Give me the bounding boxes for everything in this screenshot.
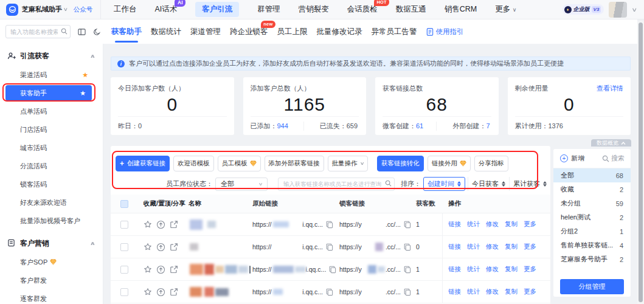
sidebar-item-渠道活码[interactable]: 渠道活码★: [0, 66, 103, 84]
nav-item-更多[interactable]: 更多 ∨: [495, 2, 516, 17]
sidebar-item-批量添加视频号客户[interactable]: 批量添加视频号客户: [0, 212, 103, 230]
sidebar-item-逐客群发[interactable]: 逐客群发: [0, 289, 103, 304]
group-item-芝麻服务号助手[interactable]: 芝麻服务号助手2: [553, 252, 631, 266]
action-链接[interactable]: 链接: [448, 288, 461, 296]
pin-top-icon[interactable]: [156, 243, 165, 252]
link-search-input[interactable]: [278, 178, 395, 191]
favorite-star-icon[interactable]: [144, 243, 152, 251]
nav-item-会话质检[interactable]: 会话质检HOT: [347, 2, 378, 17]
tab-获客助手[interactable]: 获客助手: [111, 20, 142, 44]
sidebar-section-引流获客[interactable]: 引流获客∧: [0, 46, 103, 66]
action-链接[interactable]: 链接: [448, 243, 461, 251]
app-logo-icon[interactable]: [6, 4, 18, 16]
tab-跨企业锁客[interactable]: 跨企业锁客new: [230, 20, 268, 44]
mp-account-link[interactable]: 公众号: [74, 5, 93, 14]
action-链接[interactable]: 链接: [448, 265, 461, 274]
sidebar-section-客户营销[interactable]: 客户营销∧: [0, 233, 103, 253]
favorite-star-icon[interactable]: [144, 288, 152, 296]
stat-footer-value[interactable]: 61: [416, 122, 423, 130]
favorite-star-icon[interactable]: ★: [82, 71, 88, 79]
toolbar-button-员工模板[interactable]: 员工模板: [218, 156, 261, 171]
group-item-收藏[interactable]: 收藏2: [553, 182, 631, 196]
action-修改[interactable]: 修改: [486, 265, 499, 274]
copy-icon[interactable]: [326, 243, 333, 251]
pin-top-icon[interactable]: [156, 288, 165, 297]
row-checkbox[interactable]: [120, 266, 128, 274]
row-checkbox[interactable]: [120, 221, 128, 229]
toolbar-button-欢迎语模板[interactable]: 欢迎语模板: [173, 156, 214, 171]
sort-创建时间[interactable]: 创建时间: [423, 177, 465, 191]
action-更多[interactable]: 更多: [524, 220, 536, 229]
nav-item-销售CRM[interactable]: 销售CRM: [445, 2, 477, 17]
nav-item-数据互通[interactable]: 数据互通: [396, 2, 426, 17]
pin-top-icon[interactable]: [156, 265, 165, 274]
group-item-分组2[interactable]: 分组21: [553, 224, 631, 238]
copy-icon[interactable]: [404, 221, 411, 229]
share-icon[interactable]: [170, 265, 178, 274]
stat-footer-value[interactable]: 7: [486, 122, 490, 130]
toolbar-button-创建获客链接[interactable]: +创建获客链接: [116, 156, 170, 171]
sort-今日获客[interactable]: 今日获客: [468, 177, 509, 191]
copy-icon[interactable]: [404, 288, 411, 296]
group-item-售前单独获客链...[interactable]: 售前单独获客链...4: [553, 238, 631, 252]
action-修改[interactable]: 修改: [486, 243, 499, 251]
vip-badge[interactable]: ♦ 企业版 V3: [563, 4, 604, 15]
group-manage-button[interactable]: 分组管理: [560, 279, 624, 294]
sidebar-item-门店活码[interactable]: 门店活码: [0, 120, 103, 139]
nav-item-AI话术[interactable]: AI话术AI: [155, 2, 178, 17]
toolbar-button-添加外部获客链接[interactable]: 添加外部获客链接: [265, 156, 324, 171]
action-修改[interactable]: 修改: [486, 220, 499, 229]
favorite-star-icon[interactable]: [144, 220, 152, 229]
copy-icon[interactable]: [326, 288, 333, 296]
toolbar-button-分享指标[interactable]: 分享指标: [474, 156, 508, 171]
group-add-button[interactable]: + 新增: [560, 154, 584, 163]
select-all-checkbox[interactable]: [120, 200, 128, 208]
group-item-未分组[interactable]: 未分组59: [553, 196, 631, 210]
copy-icon[interactable]: [404, 243, 411, 251]
sort-累计获客[interactable]: 累计获客: [509, 177, 550, 191]
action-更多[interactable]: 更多: [524, 288, 536, 296]
group-search-button[interactable]: 搜索: [602, 154, 625, 163]
usage-guide-link[interactable]: 使用指引: [426, 27, 464, 36]
copy-icon[interactable]: [326, 221, 333, 229]
action-统计[interactable]: 统计: [467, 288, 480, 296]
sidebar-item-获客助手[interactable]: 获客助手★: [5, 85, 92, 101]
action-复制[interactable]: 复制: [505, 243, 518, 251]
tab-数据统计[interactable]: 数据统计: [151, 20, 181, 44]
action-复制[interactable]: 复制: [505, 220, 518, 229]
action-更多[interactable]: 更多: [524, 243, 536, 251]
view-details-link[interactable]: 查看详情: [597, 84, 623, 93]
favorite-star-icon[interactable]: ★: [80, 89, 86, 97]
share-icon[interactable]: [170, 243, 178, 251]
action-统计[interactable]: 统计: [467, 220, 480, 229]
action-统计[interactable]: 统计: [467, 265, 480, 274]
toolbar-button-获客链接转化[interactable]: 获客链接转化: [377, 156, 424, 171]
sidebar-item-好友来源欢迎语[interactable]: 好友来源欢迎语: [0, 193, 103, 212]
favorite-star-icon[interactable]: [144, 265, 152, 274]
nav-item-群管理[interactable]: 群管理: [257, 2, 280, 17]
nav-item-营销裂变[interactable]: 营销裂变: [299, 2, 329, 17]
avatar[interactable]: [609, 2, 627, 18]
share-icon[interactable]: [170, 220, 178, 229]
stat-footer-value[interactable]: 944: [277, 122, 288, 130]
tab-批量修改记录[interactable]: 批量修改记录: [317, 20, 362, 44]
sidebar-item-客户群发[interactable]: 客户群发: [0, 271, 103, 289]
sidebar-item-城市活码[interactable]: 城市活码: [0, 139, 103, 157]
sidebar-item-分流活码[interactable]: 分流活码: [0, 157, 103, 175]
action-修改[interactable]: 修改: [486, 288, 499, 296]
tab-异常员工告警[interactable]: 异常员工告警: [372, 20, 417, 44]
group-item-全部[interactable]: 全部68: [553, 168, 631, 182]
share-icon[interactable]: [170, 288, 178, 296]
sidebar-item-客户SOP[interactable]: 客户SOP: [0, 253, 103, 271]
tab-员工上限[interactable]: 员工上限: [277, 20, 308, 44]
row-checkbox[interactable]: [120, 288, 128, 296]
scrollbar-thumb[interactable]: [639, 22, 643, 302]
group-item-helen测试[interactable]: helen测试2: [553, 210, 631, 224]
overview-collapse-tab[interactable]: 数据概览: [591, 139, 631, 147]
copy-icon[interactable]: [404, 266, 411, 274]
tab-渠道管理[interactable]: 渠道管理: [190, 20, 221, 44]
action-统计[interactable]: 统计: [467, 243, 480, 251]
copy-icon[interactable]: [329, 266, 336, 274]
toolbar-button-批量操作[interactable]: 批量操作∨: [328, 156, 368, 171]
action-更多[interactable]: 更多: [524, 265, 536, 274]
